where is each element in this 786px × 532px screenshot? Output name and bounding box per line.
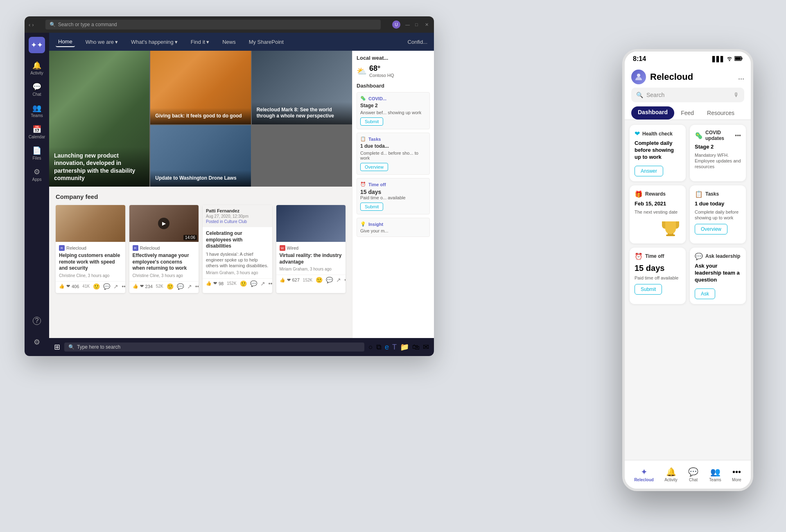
rewards-icon: 🎁 [635,190,643,198]
chat-icon: 💬 [32,82,41,91]
mobile-avatar[interactable] [631,70,646,84]
submit-covid-button[interactable]: Submit [360,117,383,126]
emoji-btn-2[interactable]: 🙂 [167,283,174,290]
taskbar-teams[interactable]: T [392,343,397,352]
tab-feed[interactable]: Feed [674,106,700,119]
views-2: 52K [156,284,163,289]
covid-more-icon[interactable]: ••• [735,132,741,139]
nav-whats-happening[interactable]: What's happening ▾ [129,37,180,47]
avatar-icon: U [392,20,400,29]
close-button[interactable]: ✕ [425,22,430,27]
tab-resources[interactable]: Resources [700,106,741,119]
hero-mark8[interactable]: Relecloud Mark 8: See the world through … [252,51,352,124]
feed-card-3[interactable]: Patti Fernandez Aug 27, 2020, 12:30pm Po… [203,205,272,293]
more-btn-2[interactable]: ••• [195,283,199,290]
comment-btn-2[interactable]: 💬 [177,283,184,290]
play-button-2[interactable]: ▶ [158,218,169,229]
sidebar-logo[interactable]: ✦✦ [29,37,45,53]
feed-card-2[interactable]: ▶ 14:06 R Relecloud Effectively mana [129,205,199,293]
microphone-icon[interactable]: 🎙 [734,92,739,98]
mobile-search[interactable]: 🔍 Search 🎙 [631,88,744,102]
feed-source-name-2: Relecloud [140,246,160,250]
sidebar-item-help[interactable]: ? [27,311,47,331]
share-btn-4[interactable]: ↗ [336,277,341,283]
mobile-header: Relecloud ... [625,66,751,88]
nav-find-it[interactable]: Find it ▾ [188,37,212,47]
maximize-button[interactable]: □ [415,22,420,27]
feed-card-4[interactable]: W Wired Virtual reality: the industry ad… [276,205,346,293]
tab-dashboard[interactable]: Dashboard [631,106,674,119]
submit-timeoff-button[interactable]: Submit [360,203,383,211]
share-btn-3[interactable]: ↗ [260,280,265,287]
emoji-btn-4[interactable]: 🙂 [316,277,323,283]
back-icon[interactable]: ‹ [29,22,30,28]
overview-tasks-button-m[interactable]: Overview [695,224,727,234]
nav-who-we-are[interactable]: Who we are ▾ [83,37,120,47]
panel-card-covid[interactable]: 🦠 COVID... Stage 2 Answer bef... showing… [357,92,430,129]
sidebar-item-teams[interactable]: 👥 Teams [27,101,47,120]
bottom-nav-relecloud[interactable]: ✦ Relecloud [634,467,654,482]
taskbar-cortana[interactable]: ○ [368,343,373,352]
feed-author-1: Christine Cline, 3 hours ago [59,273,122,278]
sidebar-item-settings[interactable]: ⚙ [27,332,47,352]
overview-tasks-button[interactable]: Overview [360,163,388,171]
comment-btn-4[interactable]: 💬 [326,277,333,283]
mobile-search-text: Search [646,92,730,98]
share-btn-2[interactable]: ↗ [187,283,192,290]
emoji-btn-3[interactable]: 🙂 [240,280,247,287]
svg-rect-1 [742,57,743,59]
covid-value: Stage 2 [695,144,741,151]
minimize-button[interactable]: — [405,22,410,27]
submit-time-off-button[interactable]: Submit [635,284,662,295]
dashboard-label: Dashboard [357,83,430,89]
heart-icon-4: ❤ [287,277,291,283]
more-btn-3[interactable]: ••• [269,280,272,287]
views-4: 152K [303,278,312,282]
answer-health-check-button[interactable]: Answer [635,166,663,176]
hero-main[interactable]: Launching new product innovation, develo… [49,51,149,187]
hero-kids[interactable]: Giving back: it feels good to do good [150,51,251,124]
windows-start-button[interactable]: ⊞ [54,343,60,352]
panel-card-insight[interactable]: 💡 Insight Give your m... [357,218,430,237]
mobile-more-button[interactable]: ... [738,73,744,81]
hero-drones-title: Update to Washington Drone Laws [155,175,236,181]
hero-drones[interactable]: Update to Washington Drone Laws [150,125,251,187]
signal-icon: ▋▋▋ [712,56,725,62]
ask-leadership-button[interactable]: Ask [695,289,715,299]
sidebar-item-files[interactable]: 📄 Files [27,143,47,163]
more-nav-icon: ••• [732,467,741,477]
taskbar-mail[interactable]: ✉ [423,343,429,352]
taskbar-folder[interactable]: 📁 [400,343,409,352]
sidebar-item-calendar[interactable]: 📅 Calendar [27,122,47,142]
more-btn-1[interactable]: ••• [122,283,125,290]
taskbar-task-view[interactable]: ⧉ [376,343,382,352]
forward-icon[interactable]: › [32,22,34,28]
sidebar-item-apps[interactable]: ⚙ Apps [27,165,47,184]
panel-card-timeoff[interactable]: ⏰ Time off 15 days Paid time o... availa… [357,178,430,214]
comment-btn-3[interactable]: 💬 [250,280,257,287]
bottom-nav-more[interactable]: ••• More [732,467,741,482]
mobile-app: 8:14 ▋▋▋ Relecloud ... [622,49,753,491]
bottom-nav-chat[interactable]: 💬 Chat [688,467,698,482]
health-check-card: ❤ Health check Complete daily before sho… [630,125,686,181]
title-bar-search[interactable]: 🔍 Search or type a command [45,20,381,29]
like-icon-3: 👍 [206,281,212,286]
more-btn-4[interactable]: ••• [344,277,346,283]
emoji-btn-1[interactable]: 🙂 [93,283,100,290]
sidebar-item-chat[interactable]: 💬 Chat [27,79,47,99]
share-btn-1[interactable]: ↗ [113,283,118,290]
nav-my-sharepoint[interactable]: My SharePoint [246,37,286,47]
taskbar-search[interactable]: 🔍 Type here to search [64,343,364,352]
nav-home[interactable]: Home [56,37,75,47]
panel-card-tasks[interactable]: 📋 Tasks 1 due toda... Complete d... befo… [357,133,430,175]
taskbar-store[interactable]: 🛍 [412,343,420,352]
comment-btn-1[interactable]: 💬 [103,283,110,290]
taskbar-edge[interactable]: e [385,343,389,352]
views-3: 152K [227,281,236,286]
feed-card-1[interactable]: R Relecloud Helping customers enable rem… [56,205,125,293]
nav-news[interactable]: News [220,37,238,47]
bottom-nav-activity[interactable]: 🔔 Activity [664,467,678,482]
sidebar-item-activity[interactable]: 🔔 Activity [27,58,47,78]
bottom-nav-teams[interactable]: 👥 Teams [709,467,721,482]
tasks-label: Tasks [705,191,719,197]
